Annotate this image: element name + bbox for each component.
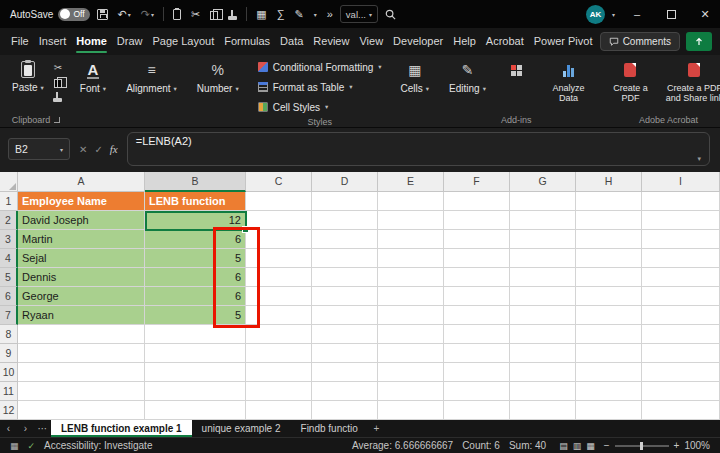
menu-tab-review[interactable]: Review xyxy=(308,28,354,55)
cell-B10[interactable] xyxy=(145,363,246,382)
cell-A8[interactable] xyxy=(18,325,145,344)
row-header-2[interactable]: 2 xyxy=(0,211,18,230)
cell-F11[interactable] xyxy=(444,382,510,401)
cell-I1[interactable] xyxy=(642,192,720,211)
row-header-6[interactable]: 6 xyxy=(0,287,18,306)
cell-F2[interactable] xyxy=(444,211,510,230)
cell-H9[interactable] xyxy=(576,344,642,363)
cell-D7[interactable] xyxy=(312,306,378,325)
cell-G6[interactable] xyxy=(510,287,576,306)
cell-G9[interactable] xyxy=(510,344,576,363)
row-header-12[interactable]: 12 xyxy=(0,401,18,420)
cell-I6[interactable] xyxy=(642,287,720,306)
qat-search-dropdown[interactable]: val... ▾ xyxy=(340,5,378,23)
cut-icon[interactable]: ✂ xyxy=(51,62,65,74)
cell-F12[interactable] xyxy=(444,401,510,420)
zoom-out-icon[interactable]: − xyxy=(604,440,610,451)
format-painter-icon[interactable] xyxy=(51,90,65,102)
cell-A4[interactable]: Sejal xyxy=(18,249,145,268)
sheet-nav-right-icon[interactable]: › xyxy=(17,420,34,437)
cell-D2[interactable] xyxy=(312,211,378,230)
cell-G10[interactable] xyxy=(510,363,576,382)
column-header-F[interactable]: F xyxy=(444,172,510,192)
cell-G7[interactable] xyxy=(510,306,576,325)
sheet-tab-unique[interactable]: unique example 2 xyxy=(192,420,291,437)
insert-function-icon[interactable]: fx xyxy=(110,143,118,155)
sheet-tab-findb[interactable]: Findb functio xyxy=(291,420,368,437)
number-button[interactable]: % Number▾ xyxy=(192,58,244,94)
cell-I10[interactable] xyxy=(642,363,720,382)
cell-F3[interactable] xyxy=(444,230,510,249)
cell-A3[interactable]: Martin xyxy=(18,230,145,249)
cell-D11[interactable] xyxy=(312,382,378,401)
menu-tab-formulas[interactable]: Formulas xyxy=(219,28,275,55)
cell-E4[interactable] xyxy=(378,249,444,268)
view-page-break-icon[interactable]: ▦ xyxy=(586,441,595,451)
cell-F1[interactable] xyxy=(444,192,510,211)
cell-D1[interactable] xyxy=(312,192,378,211)
cell-E7[interactable] xyxy=(378,306,444,325)
cell-H8[interactable] xyxy=(576,325,642,344)
cell-A10[interactable] xyxy=(18,363,145,382)
enter-icon[interactable]: ✓ xyxy=(94,144,102,155)
cell-I4[interactable] xyxy=(642,249,720,268)
zoom-in-icon[interactable]: + xyxy=(674,440,680,451)
cells-button[interactable]: ▦ Cells▾ xyxy=(396,58,435,94)
menu-tab-developer[interactable]: Developer xyxy=(388,28,448,55)
cell-E3[interactable] xyxy=(378,230,444,249)
cell-I7[interactable] xyxy=(642,306,720,325)
cell-H5[interactable] xyxy=(576,268,642,287)
cell-E5[interactable] xyxy=(378,268,444,287)
menu-tab-data[interactable]: Data xyxy=(275,28,308,55)
row-header-11[interactable]: 11 xyxy=(0,382,18,401)
menu-tab-help[interactable]: Help xyxy=(448,28,481,55)
cell-I3[interactable] xyxy=(642,230,720,249)
row-header-5[interactable]: 5 xyxy=(0,268,18,287)
cell-F7[interactable] xyxy=(444,306,510,325)
zoom-slider[interactable] xyxy=(615,445,669,447)
cell-I12[interactable] xyxy=(642,401,720,420)
alignment-button[interactable]: ≡ Alignment▾ xyxy=(121,58,182,94)
cell-H10[interactable] xyxy=(576,363,642,382)
sheet-more-icon[interactable]: ⋯ xyxy=(34,420,51,437)
format-painter-icon[interactable] xyxy=(225,3,240,25)
avatar[interactable]: AK xyxy=(586,5,605,24)
column-header-D[interactable]: D xyxy=(312,172,378,192)
paste-qat-icon[interactable] xyxy=(170,3,184,25)
cell-H7[interactable] xyxy=(576,306,642,325)
cell-E11[interactable] xyxy=(378,382,444,401)
new-sheet-icon[interactable]: + xyxy=(368,420,385,437)
column-header-A[interactable]: A xyxy=(18,172,145,192)
formula-input[interactable]: =LENB(A2) ▾ xyxy=(127,132,710,166)
cell-G12[interactable] xyxy=(510,401,576,420)
cell-F6[interactable] xyxy=(444,287,510,306)
cell-E6[interactable] xyxy=(378,287,444,306)
row-header-7[interactable]: 7 xyxy=(0,306,18,325)
cut-icon[interactable]: ✂ xyxy=(188,3,203,25)
cell-G2[interactable] xyxy=(510,211,576,230)
zoom-slider-knob[interactable] xyxy=(640,442,643,450)
cell-D12[interactable] xyxy=(312,401,378,420)
draw-icon[interactable]: ✎ xyxy=(292,3,307,25)
sheet-tab-lenb[interactable]: LENB function example 1 xyxy=(51,420,192,437)
cell-B1[interactable]: LENB function xyxy=(145,192,246,211)
cell-H1[interactable] xyxy=(576,192,642,211)
search-icon[interactable] xyxy=(382,3,399,25)
menu-tab-file[interactable]: File xyxy=(6,28,34,55)
cell-E12[interactable] xyxy=(378,401,444,420)
cell-C12[interactable] xyxy=(246,401,312,420)
font-button[interactable]: A Font▾ xyxy=(75,58,111,94)
column-header-E[interactable]: E xyxy=(378,172,444,192)
cancel-icon[interactable]: ✕ xyxy=(79,144,87,155)
cell-F10[interactable] xyxy=(444,363,510,382)
column-header-B[interactable]: B xyxy=(145,172,246,192)
cell-E2[interactable] xyxy=(378,211,444,230)
accessibility-status[interactable]: Accessibility: Investigate xyxy=(44,440,152,451)
copy-icon[interactable] xyxy=(207,3,221,25)
cell-A6[interactable]: George xyxy=(18,287,145,306)
cell-A12[interactable] xyxy=(18,401,145,420)
cell-F5[interactable] xyxy=(444,268,510,287)
select-all-button[interactable] xyxy=(0,172,18,192)
cell-I2[interactable] xyxy=(642,211,720,230)
comments-button[interactable]: Comments xyxy=(600,32,680,51)
